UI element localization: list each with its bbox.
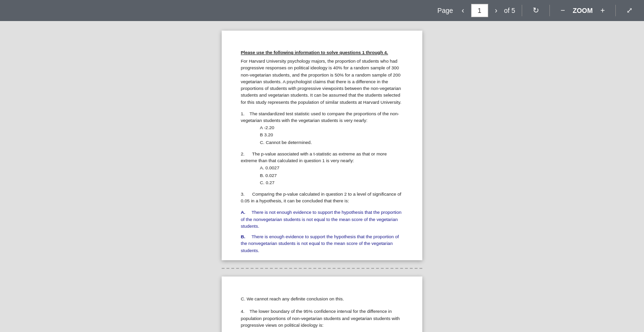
q4-text: 4. The lower boundary of the 95% confide… xyxy=(241,308,403,329)
doc-intro: For Harvard University psychology majors… xyxy=(241,58,403,106)
q1-option-b: B 3.20 xyxy=(241,131,403,138)
q3-b-text: There is enough evidence to support the … xyxy=(241,234,399,253)
question-1-section: 1. The standardized test statistic used … xyxy=(241,111,403,146)
question-3-section: 3. Comparing the p-value calculated in q… xyxy=(241,191,403,205)
q4-num: 4. xyxy=(241,309,245,314)
zoom-label: ZOOM xyxy=(573,7,593,14)
next-page-button[interactable]: › xyxy=(492,5,500,16)
page1-title-section: Please use the following information to … xyxy=(241,50,403,106)
page-break-divider xyxy=(222,268,422,269)
q2-option-c: C. 0.27 xyxy=(241,179,403,186)
q3-a-label: A. xyxy=(241,210,246,215)
q1-option-a: A -2.20 xyxy=(241,124,403,131)
q2-option-b: B. 0.027 xyxy=(241,172,403,179)
q2-body: The p-value associated with a t-statisti… xyxy=(241,151,387,163)
q3-a-text: There is not enough evidence to support … xyxy=(241,210,401,229)
q1-text: 1. The standardized test statistic used … xyxy=(241,111,403,124)
page-number-input[interactable] xyxy=(471,4,488,17)
q3-answer-b: B. There is enough evidence to support t… xyxy=(241,233,403,254)
pdf-page-1: Please use the following information to … xyxy=(222,31,422,260)
page-of-label: of 5 xyxy=(504,7,515,14)
q2-num: 2. xyxy=(241,151,245,156)
divider-3 xyxy=(615,5,616,16)
q3-b-label: B. xyxy=(241,234,246,239)
toolbar: Page ‹ › of 5 ↻ − ZOOM + ⤢ xyxy=(0,0,644,21)
q1-option-c: C. Cannot be determined. xyxy=(241,139,403,146)
page-label: Page xyxy=(438,7,453,14)
divider-1 xyxy=(522,5,522,16)
question-2-section: 2. The p-value associated with a t-stati… xyxy=(241,151,403,186)
q3-c-text: C. We cannot reach any definite conclusi… xyxy=(241,296,344,301)
q1-num: 1. xyxy=(241,111,245,116)
q2-option-a: A. 0.0027 xyxy=(241,164,403,171)
q4-body: The lower boundary of the 95% confidence… xyxy=(241,309,400,328)
zoom-out-button[interactable]: − xyxy=(557,5,569,16)
prev-page-button[interactable]: ‹ xyxy=(459,5,467,16)
q3-text: 3. Comparing the p-value calculated in q… xyxy=(241,191,403,205)
q2-text: 2. The p-value associated with a t-stati… xyxy=(241,151,403,165)
q3-body: Comparing the p-value calculated in ques… xyxy=(241,191,401,203)
pdf-viewer: Please use the following information to … xyxy=(0,21,644,332)
refresh-button[interactable]: ↻ xyxy=(529,5,543,16)
q1-body: The standardized test statistic used to … xyxy=(241,111,399,123)
divider-2 xyxy=(549,5,550,16)
question-4-section: 4. The lower boundary of the 95% confide… xyxy=(241,308,403,329)
pdf-page-2: C. We cannot reach any definite conclusi… xyxy=(222,277,422,332)
doc-title: Please use the following information to … xyxy=(241,50,403,55)
q3-answer-c: C. We cannot reach any definite conclusi… xyxy=(241,296,403,302)
zoom-in-button[interactable]: + xyxy=(597,5,609,16)
fullscreen-button[interactable]: ⤢ xyxy=(623,5,636,16)
q3-answer-a: A. There is not enough evidence to suppo… xyxy=(241,209,403,230)
q3-num: 3. xyxy=(241,191,245,197)
